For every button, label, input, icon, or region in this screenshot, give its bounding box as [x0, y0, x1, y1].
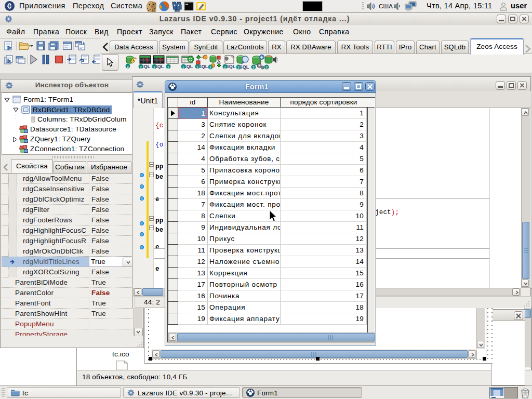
- svg-text:z: z: [182, 65, 184, 70]
- svg-text:z: z: [140, 65, 142, 70]
- svg-text:z: z: [224, 65, 226, 70]
- svg-text:z: z: [167, 65, 169, 70]
- svg-text:?: ?: [145, 58, 148, 63]
- svg-text:z: z: [265, 65, 268, 70]
- svg-text:z: z: [252, 65, 255, 70]
- svg-text:z: z: [237, 65, 240, 70]
- svg-text:z: z: [209, 65, 212, 70]
- svg-text:?: ?: [158, 58, 162, 63]
- svg-text:z: z: [196, 65, 198, 70]
- svg-text:z: z: [127, 64, 129, 69]
- svg-text:z: z: [153, 65, 155, 70]
